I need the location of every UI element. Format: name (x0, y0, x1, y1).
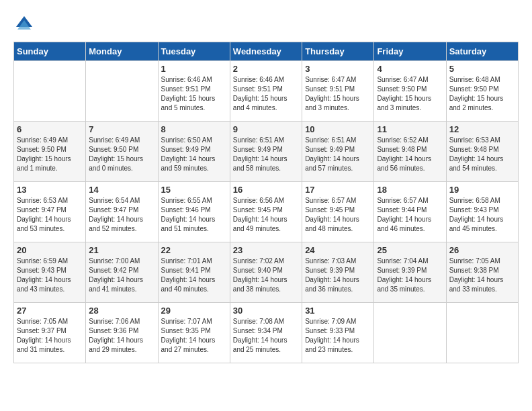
calendar-cell: 8Sunrise: 6:50 AM Sunset: 9:49 PM Daylig… (158, 122, 230, 182)
day-info: Sunrise: 6:48 AM Sunset: 9:50 PM Dayligh… (449, 75, 515, 113)
day-info: Sunrise: 6:57 AM Sunset: 9:44 PM Dayligh… (377, 196, 443, 234)
day-number: 4 (377, 64, 443, 74)
calendar-cell: 7Sunrise: 6:49 AM Sunset: 9:50 PM Daylig… (86, 122, 158, 182)
week-row-5: 27Sunrise: 7:05 AM Sunset: 9:37 PM Dayli… (14, 303, 519, 363)
week-row-3: 13Sunrise: 6:53 AM Sunset: 9:47 PM Dayli… (14, 182, 519, 242)
calendar-cell: 20Sunrise: 6:59 AM Sunset: 9:43 PM Dayli… (14, 242, 86, 303)
header-row: SundayMondayTuesdayWednesdayThursdayFrid… (14, 42, 519, 61)
day-number: 16 (233, 185, 299, 195)
calendar-cell: 21Sunrise: 7:00 AM Sunset: 9:42 PM Dayli… (86, 242, 158, 303)
day-info: Sunrise: 6:46 AM Sunset: 9:51 PM Dayligh… (233, 75, 299, 113)
calendar-cell: 11Sunrise: 6:52 AM Sunset: 9:48 PM Dayli… (374, 122, 446, 182)
day-header-monday: Monday (86, 42, 158, 61)
day-number: 26 (449, 245, 515, 255)
day-number: 2 (233, 64, 299, 74)
calendar-cell: 13Sunrise: 6:53 AM Sunset: 9:47 PM Dayli… (14, 182, 86, 242)
day-info: Sunrise: 6:54 AM Sunset: 9:47 PM Dayligh… (89, 196, 154, 234)
day-number: 9 (233, 124, 299, 134)
logo-icon (13, 13, 35, 35)
day-number: 25 (377, 245, 443, 255)
day-number: 23 (233, 245, 299, 255)
calendar-cell: 9Sunrise: 6:51 AM Sunset: 9:49 PM Daylig… (230, 122, 302, 182)
day-info: Sunrise: 6:51 AM Sunset: 9:49 PM Dayligh… (233, 136, 299, 173)
day-number: 20 (17, 245, 83, 255)
day-info: Sunrise: 6:47 AM Sunset: 9:51 PM Dayligh… (305, 75, 371, 113)
day-number: 1 (161, 64, 227, 74)
day-info: Sunrise: 7:03 AM Sunset: 9:39 PM Dayligh… (305, 257, 371, 294)
day-number: 18 (377, 185, 443, 195)
day-info: Sunrise: 7:05 AM Sunset: 9:37 PM Dayligh… (17, 317, 83, 355)
calendar-table: SundayMondayTuesdayWednesdayThursdayFrid… (13, 42, 519, 363)
day-number: 7 (89, 124, 154, 134)
day-info: Sunrise: 6:52 AM Sunset: 9:48 PM Dayligh… (377, 136, 443, 173)
calendar-cell (86, 61, 158, 122)
day-info: Sunrise: 7:05 AM Sunset: 9:38 PM Dayligh… (449, 257, 515, 294)
logo (13, 13, 38, 35)
day-number: 27 (17, 306, 83, 316)
day-number: 30 (233, 306, 299, 316)
day-header-tuesday: Tuesday (158, 42, 230, 61)
calendar-cell: 24Sunrise: 7:03 AM Sunset: 9:39 PM Dayli… (302, 242, 374, 303)
day-header-sunday: Sunday (14, 42, 86, 61)
day-info: Sunrise: 6:50 AM Sunset: 9:49 PM Dayligh… (161, 136, 227, 173)
day-number: 28 (89, 306, 154, 316)
calendar-cell: 4Sunrise: 6:47 AM Sunset: 9:50 PM Daylig… (374, 61, 446, 122)
day-number: 6 (17, 124, 83, 134)
day-info: Sunrise: 7:09 AM Sunset: 9:33 PM Dayligh… (305, 317, 371, 355)
calendar-cell: 15Sunrise: 6:55 AM Sunset: 9:46 PM Dayli… (158, 182, 230, 242)
calendar-cell: 1Sunrise: 6:46 AM Sunset: 9:51 PM Daylig… (158, 61, 230, 122)
calendar-cell: 6Sunrise: 6:49 AM Sunset: 9:50 PM Daylig… (14, 122, 86, 182)
calendar-cell: 25Sunrise: 7:04 AM Sunset: 9:39 PM Dayli… (374, 242, 446, 303)
calendar-cell: 27Sunrise: 7:05 AM Sunset: 9:37 PM Dayli… (14, 303, 86, 363)
day-number: 5 (449, 64, 515, 74)
day-info: Sunrise: 7:06 AM Sunset: 9:36 PM Dayligh… (89, 317, 154, 355)
calendar-cell: 17Sunrise: 6:57 AM Sunset: 9:45 PM Dayli… (302, 182, 374, 242)
calendar-cell: 18Sunrise: 6:57 AM Sunset: 9:44 PM Dayli… (374, 182, 446, 242)
day-number: 13 (17, 185, 83, 195)
day-info: Sunrise: 6:47 AM Sunset: 9:50 PM Dayligh… (377, 75, 443, 113)
day-header-friday: Friday (374, 42, 446, 61)
day-number: 15 (161, 185, 227, 195)
day-header-wednesday: Wednesday (230, 42, 302, 61)
calendar-cell: 2Sunrise: 6:46 AM Sunset: 9:51 PM Daylig… (230, 61, 302, 122)
page-header (13, 13, 519, 35)
day-info: Sunrise: 7:00 AM Sunset: 9:42 PM Dayligh… (89, 257, 154, 294)
calendar-cell: 16Sunrise: 6:56 AM Sunset: 9:45 PM Dayli… (230, 182, 302, 242)
day-info: Sunrise: 6:55 AM Sunset: 9:46 PM Dayligh… (161, 196, 227, 234)
calendar-cell: 31Sunrise: 7:09 AM Sunset: 9:33 PM Dayli… (302, 303, 374, 363)
day-number: 8 (161, 124, 227, 134)
calendar-cell: 3Sunrise: 6:47 AM Sunset: 9:51 PM Daylig… (302, 61, 374, 122)
calendar-cell (374, 303, 446, 363)
day-number: 3 (305, 64, 371, 74)
calendar-cell: 30Sunrise: 7:08 AM Sunset: 9:34 PM Dayli… (230, 303, 302, 363)
day-info: Sunrise: 6:59 AM Sunset: 9:43 PM Dayligh… (17, 257, 83, 294)
day-number: 24 (305, 245, 371, 255)
day-info: Sunrise: 6:57 AM Sunset: 9:45 PM Dayligh… (305, 196, 371, 234)
day-info: Sunrise: 7:02 AM Sunset: 9:40 PM Dayligh… (233, 257, 299, 294)
day-number: 10 (305, 124, 371, 134)
day-info: Sunrise: 6:53 AM Sunset: 9:47 PM Dayligh… (17, 196, 83, 234)
calendar-cell: 26Sunrise: 7:05 AM Sunset: 9:38 PM Dayli… (446, 242, 518, 303)
day-header-saturday: Saturday (446, 42, 518, 61)
day-info: Sunrise: 7:07 AM Sunset: 9:35 PM Dayligh… (161, 317, 227, 355)
day-info: Sunrise: 6:56 AM Sunset: 9:45 PM Dayligh… (233, 196, 299, 234)
calendar-cell: 12Sunrise: 6:53 AM Sunset: 9:48 PM Dayli… (446, 122, 518, 182)
day-info: Sunrise: 7:04 AM Sunset: 9:39 PM Dayligh… (377, 257, 443, 294)
day-header-thursday: Thursday (302, 42, 374, 61)
day-number: 21 (89, 245, 154, 255)
calendar-cell: 28Sunrise: 7:06 AM Sunset: 9:36 PM Dayli… (86, 303, 158, 363)
day-info: Sunrise: 6:49 AM Sunset: 9:50 PM Dayligh… (17, 136, 83, 173)
calendar-cell: 5Sunrise: 6:48 AM Sunset: 9:50 PM Daylig… (446, 61, 518, 122)
week-row-1: 1Sunrise: 6:46 AM Sunset: 9:51 PM Daylig… (14, 61, 519, 122)
day-info: Sunrise: 7:01 AM Sunset: 9:41 PM Dayligh… (161, 257, 227, 294)
day-info: Sunrise: 6:53 AM Sunset: 9:48 PM Dayligh… (449, 136, 515, 173)
week-row-2: 6Sunrise: 6:49 AM Sunset: 9:50 PM Daylig… (14, 122, 519, 182)
calendar-cell: 19Sunrise: 6:58 AM Sunset: 9:43 PM Dayli… (446, 182, 518, 242)
day-info: Sunrise: 7:08 AM Sunset: 9:34 PM Dayligh… (233, 317, 299, 355)
day-number: 17 (305, 185, 371, 195)
day-info: Sunrise: 6:46 AM Sunset: 9:51 PM Dayligh… (161, 75, 227, 113)
calendar-cell: 14Sunrise: 6:54 AM Sunset: 9:47 PM Dayli… (86, 182, 158, 242)
calendar-cell (14, 61, 86, 122)
day-number: 12 (449, 124, 515, 134)
day-info: Sunrise: 6:58 AM Sunset: 9:43 PM Dayligh… (449, 196, 515, 234)
